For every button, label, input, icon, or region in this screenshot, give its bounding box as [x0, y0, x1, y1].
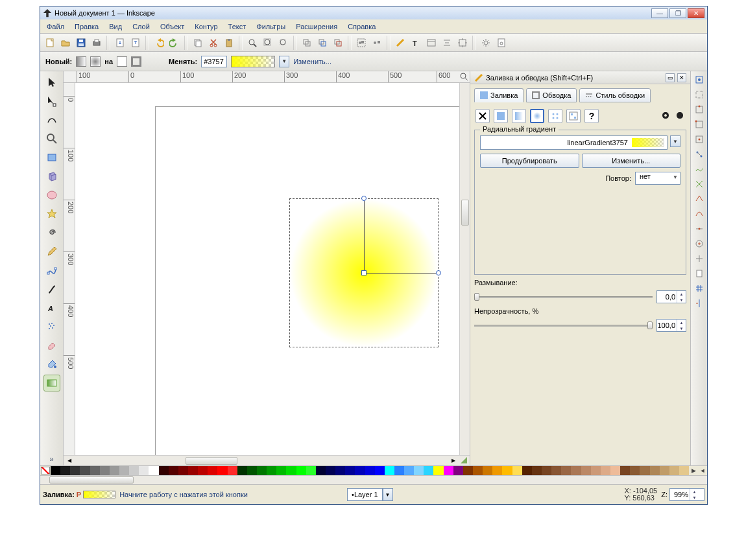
palette-swatch[interactable] [70, 466, 80, 475]
ellipse-tool[interactable] [43, 187, 60, 204]
snap-enable-icon[interactable] [693, 74, 705, 86]
palette-swatch[interactable] [620, 466, 630, 475]
snap-bbox-icon[interactable] [693, 89, 705, 100]
snap-cusp-icon[interactable] [693, 193, 705, 205]
hscroll-left-button[interactable]: ◀ [64, 455, 75, 465]
palette-swatch[interactable] [601, 466, 610, 475]
group-icon[interactable] [354, 36, 368, 50]
rectangle-tool[interactable] [43, 149, 60, 166]
palette-swatch[interactable] [463, 466, 473, 475]
selector-tool[interactable] [43, 74, 60, 91]
palette-swatch[interactable] [159, 466, 169, 475]
duplicate-gradient-button[interactable]: Продублировать [480, 154, 579, 168]
palette-swatch[interactable] [100, 466, 110, 475]
bezier-tool[interactable] [43, 262, 60, 279]
zoom-spin[interactable]: ▲▼ [669, 488, 704, 501]
snap-guide-icon[interactable] [693, 298, 705, 309]
palette-swatch[interactable] [522, 466, 532, 475]
fill-rule-evenodd-icon[interactable] [660, 111, 671, 121]
no-paint-button[interactable] [475, 109, 490, 123]
3dbox-tool[interactable] [43, 168, 60, 185]
pattern-button[interactable] [548, 109, 562, 123]
pencil-tool[interactable] [43, 243, 60, 260]
palette-swatch[interactable] [355, 466, 365, 475]
menu-object[interactable]: Объект [156, 21, 188, 32]
gradient-focus-node[interactable] [361, 196, 367, 201]
snap-nodes-icon[interactable] [693, 148, 705, 160]
close-button[interactable]: ✕ [688, 8, 704, 18]
align-icon[interactable] [440, 36, 454, 50]
palette-swatch[interactable] [444, 466, 453, 475]
palette-swatch[interactable] [630, 466, 640, 475]
palette-swatch[interactable] [669, 466, 679, 475]
palette-swatch[interactable] [335, 466, 345, 475]
palette-swatch[interactable] [385, 466, 394, 475]
palette-swatch[interactable] [286, 466, 296, 475]
palette-swatch[interactable] [169, 466, 178, 475]
dialog-close-button[interactable]: ✕ [677, 73, 686, 82]
star-tool[interactable] [43, 205, 60, 222]
redo-icon[interactable] [167, 36, 182, 50]
palette-swatch[interactable] [208, 466, 217, 475]
palette-swatch[interactable] [414, 466, 424, 475]
palette-swatch[interactable] [217, 466, 227, 475]
ungroup-icon[interactable] [370, 36, 384, 50]
text-icon[interactable]: T [409, 36, 423, 50]
horizontal-scrollbar[interactable] [75, 455, 448, 465]
save-icon[interactable] [74, 36, 88, 50]
tab-stroke-style[interactable]: Стиль обводки [579, 88, 651, 102]
palette-swatch[interactable] [60, 466, 70, 475]
palette-swatch[interactable] [365, 466, 375, 475]
palette-scroll-right[interactable]: ▶ [689, 466, 698, 475]
palette-swatch[interactable] [473, 466, 483, 475]
gradient-radius-node[interactable] [436, 270, 441, 275]
menu-filters[interactable]: Фильтры [252, 21, 289, 32]
palette-swatch[interactable] [257, 466, 267, 475]
open-icon[interactable] [58, 36, 73, 50]
snap-grid-icon[interactable] [693, 283, 705, 294]
gradient-select-dropdown[interactable]: ▼ [670, 135, 680, 147]
status-fill-swatch[interactable] [83, 491, 115, 498]
palette-swatch[interactable] [296, 466, 306, 475]
unlink-clone-icon[interactable] [331, 36, 345, 50]
snap-midpoint-icon[interactable] [693, 223, 705, 235]
blur-spin[interactable]: ▲▼ [656, 290, 686, 303]
palette-menu-button[interactable]: ◄ [698, 466, 707, 475]
maximize-button[interactable]: ❐ [669, 8, 686, 18]
menu-file[interactable]: Файл [43, 21, 68, 32]
apply-to-stroke-button[interactable] [131, 56, 141, 67]
radial-gradient-type-button[interactable] [90, 56, 101, 67]
snap-bbox-midpoint-icon[interactable] [693, 134, 705, 145]
repeat-select[interactable]: нет [635, 172, 680, 185]
palette-swatch[interactable] [581, 466, 591, 475]
import-icon[interactable] [113, 36, 127, 50]
palette-swatch[interactable] [119, 466, 129, 475]
cut-icon[interactable] [206, 36, 221, 50]
opacity-spin[interactable]: ▲▼ [656, 319, 686, 332]
prefs-icon[interactable] [479, 36, 493, 50]
palette-swatch[interactable] [375, 466, 385, 475]
palette-swatch[interactable] [483, 466, 492, 475]
palette-swatch[interactable] [110, 466, 119, 475]
palette-swatch[interactable] [424, 466, 433, 475]
duplicate-icon[interactable] [300, 36, 314, 50]
flat-color-button[interactable] [494, 109, 508, 123]
menu-extensions[interactable]: Расширения [292, 21, 341, 32]
palette-swatch[interactable] [610, 466, 620, 475]
tweak-tool[interactable] [43, 111, 60, 128]
layer-selector[interactable]: • Layer 1 [347, 488, 383, 501]
toolbox-more-icon[interactable]: » [49, 455, 53, 463]
palette-swatch[interactable] [404, 466, 414, 475]
canvas[interactable] [75, 83, 459, 455]
gradient-dropdown-button[interactable]: ▼ [279, 56, 289, 67]
unknown-paint-button[interactable]: ? [584, 109, 599, 123]
snap-bbox-corner-icon[interactable] [693, 119, 705, 130]
palette-scrollbar[interactable] [40, 476, 707, 485]
palette-none-swatch[interactable] [41, 467, 50, 474]
menu-text[interactable]: Текст [224, 21, 250, 32]
palette-swatch[interactable] [51, 466, 60, 475]
palette-swatch[interactable] [149, 466, 158, 475]
menu-layer[interactable]: Слой [128, 21, 154, 32]
menu-view[interactable]: Вид [105, 21, 126, 32]
palette-swatch[interactable] [178, 466, 188, 475]
